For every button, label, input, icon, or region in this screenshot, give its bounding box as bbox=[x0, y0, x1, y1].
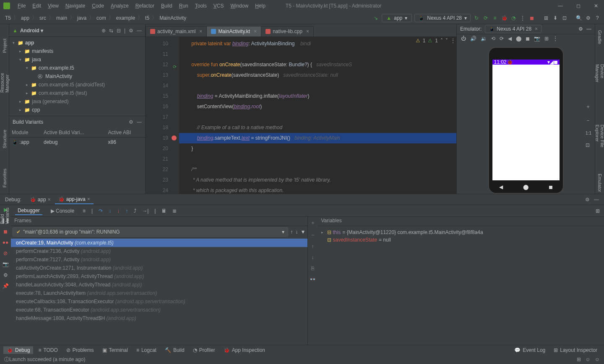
frame-row[interactable]: handleMessage:1808, ActivityThread$H (an… bbox=[11, 314, 307, 322]
frame-row[interactable]: execute:78, LaunchActivityItem (android.… bbox=[11, 289, 307, 297]
memory-icon[interactable]: ☺ bbox=[595, 356, 600, 362]
evaluate-icon[interactable]: 🖩 bbox=[161, 208, 167, 214]
bottom-tab-event-log[interactable]: 💬Event Log bbox=[511, 346, 549, 354]
menu-vcs[interactable]: VCS bbox=[210, 3, 227, 9]
emulator-device-tab[interactable]: 📱 Nexus 4 API 28 × bbox=[485, 25, 542, 33]
crumb[interactable]: main bbox=[55, 14, 69, 22]
more-icon[interactable]: ⋮ bbox=[450, 38, 456, 44]
gradle-tab[interactable]: Gradle bbox=[596, 29, 603, 46]
coverage-button[interactable]: 🐞 bbox=[501, 15, 508, 21]
step-over-icon[interactable]: ↷ bbox=[99, 208, 103, 214]
screenshot-button[interactable]: 📷 bbox=[3, 261, 9, 267]
frame-row[interactable]: callActivityOnCreate:1271, Instrumentati… bbox=[11, 264, 307, 272]
tree-row[interactable]: ⓀMainActivity bbox=[9, 72, 145, 81]
hide-icon[interactable]: — bbox=[594, 197, 599, 203]
tree-row[interactable]: ▸📁manifests bbox=[9, 47, 145, 55]
menu-build[interactable]: Build bbox=[158, 3, 176, 9]
more-icon[interactable]: ⋮ bbox=[553, 36, 558, 42]
editor-tab[interactable]: native-lib.cpp× bbox=[261, 26, 314, 36]
apply-changes-button[interactable]: ⟳ bbox=[482, 15, 489, 21]
expand-icon[interactable]: ⇆ bbox=[109, 28, 113, 34]
layout-icon[interactable]: ⊞ bbox=[596, 208, 600, 214]
crumb[interactable]: MainActivity bbox=[158, 14, 188, 22]
debug-session-tab[interactable]: 🐞app-java× bbox=[55, 195, 94, 204]
add-watch-icon[interactable]: ＋ bbox=[310, 219, 315, 226]
menu-view[interactable]: View bbox=[44, 3, 62, 9]
down-icon[interactable]: ↓ bbox=[312, 255, 314, 260]
tree-row[interactable]: ▸📁com.example.t5 (test) bbox=[9, 89, 145, 97]
device-file-explorer-tab[interactable]: Device File Explorer bbox=[594, 123, 604, 155]
editor-tab[interactable]: MainActivity.kt× bbox=[206, 26, 261, 36]
minimize-button[interactable]: — bbox=[555, 2, 565, 10]
editor-gutter[interactable]: 101112⟳131415161718192021222324 bbox=[146, 37, 179, 194]
frame-row[interactable]: performCreate:7127, Activity (android.ap… bbox=[11, 255, 307, 264]
force-step-into-icon[interactable]: ↓ bbox=[117, 208, 120, 214]
thread-selector[interactable]: ✔ "main"@10,636 in group "main": RUNNING… bbox=[13, 227, 288, 237]
menu-code[interactable]: Code bbox=[89, 3, 107, 9]
rotate-left-icon[interactable]: ⟲ bbox=[491, 36, 495, 42]
crumb[interactable]: t5 bbox=[143, 14, 151, 22]
console-tab[interactable]: ▶ Console bbox=[48, 207, 77, 215]
menu-help[interactable]: Help bbox=[252, 3, 269, 9]
view-breakpoints-button[interactable]: ●● bbox=[3, 239, 9, 245]
variables-list[interactable]: ▸⊟ this = {MainActivity@11220} com.examp… bbox=[318, 226, 604, 345]
bottom-tab-app-inspection[interactable]: 🐞App Inspection bbox=[220, 346, 268, 354]
favorites-tab[interactable]: Favorites bbox=[1, 167, 8, 189]
resource-manager-button[interactable]: ⊡ bbox=[561, 15, 568, 21]
crumb[interactable]: src bbox=[38, 14, 48, 22]
emulator-device-frame[interactable]: 11:02 🐞 ▾◢◼ ◀ ⬤ ◼ bbox=[488, 47, 564, 194]
settings-icon[interactable]: ⚙ bbox=[3, 272, 8, 278]
frame-row[interactable]: handleLaunchActivity:3048, ActivityThrea… bbox=[11, 281, 307, 289]
crumb[interactable]: java bbox=[76, 14, 88, 22]
bottom-tab-layout-inspector[interactable]: ⊞Layout Inspector bbox=[550, 346, 601, 354]
gear-icon[interactable]: ⚙ bbox=[585, 197, 590, 203]
gear-icon[interactable]: ⚙ bbox=[578, 26, 583, 32]
nav-back-icon[interactable]: ◀ bbox=[499, 184, 503, 190]
attach-debugger-button[interactable]: ⋮ bbox=[519, 15, 526, 21]
run-config-dropdown[interactable]: ▲ app ▾ bbox=[382, 14, 412, 22]
run-to-cursor-icon[interactable]: →| bbox=[142, 208, 148, 214]
zoom-actual-icon[interactable]: ⊡ bbox=[586, 142, 591, 148]
frames-list[interactable]: onCreate:19, MainActivity (com.example.t… bbox=[11, 238, 307, 345]
project-tree[interactable]: ▾📁app▸📁manifests▾📁java▾📁com.example.t5ⓀM… bbox=[9, 37, 145, 116]
sdk-manager-button[interactable]: ⬇ bbox=[552, 15, 559, 21]
crumb[interactable]: T5 bbox=[3, 14, 13, 22]
stop-button[interactable]: ◼ bbox=[528, 15, 535, 21]
step-out-icon[interactable]: ↑ bbox=[125, 208, 128, 214]
maximize-button[interactable]: ◻ bbox=[574, 2, 583, 10]
profile-button[interactable]: ◔ bbox=[510, 15, 517, 21]
editor-tab[interactable]: activity_main.xml× bbox=[146, 26, 207, 36]
up-icon[interactable]: ↑ bbox=[312, 244, 314, 250]
frame-row[interactable]: executeCallbacks:108, TransactionExecuto… bbox=[11, 297, 307, 306]
drop-frame-icon[interactable]: ⤴ bbox=[134, 208, 136, 214]
menu-run[interactable]: Run bbox=[176, 3, 192, 9]
zoom-in-icon[interactable]: ＋ bbox=[586, 103, 591, 110]
crumb[interactable]: com bbox=[95, 14, 108, 22]
hide-icon[interactable]: — bbox=[137, 28, 142, 34]
gear-icon[interactable]: ⚙ bbox=[129, 119, 133, 125]
volume-up-icon[interactable]: 🔊 bbox=[470, 36, 476, 42]
menu-tools[interactable]: Tools bbox=[192, 3, 210, 9]
down-icon[interactable]: ˅ bbox=[445, 38, 448, 44]
rotate-right-icon[interactable]: ⟳ bbox=[500, 36, 504, 42]
hide-icon[interactable]: — bbox=[137, 119, 142, 125]
up-icon[interactable]: ˄ bbox=[440, 38, 443, 44]
help-button[interactable]: ? bbox=[594, 15, 601, 21]
collapse-icon[interactable]: ⊟ bbox=[117, 28, 121, 34]
breadcrumb[interactable]: T5〉app〉src〉main〉java〉com〉example〉t5〉Main… bbox=[3, 14, 188, 22]
tree-row[interactable]: ▾📁java bbox=[9, 55, 145, 64]
menu-refactor[interactable]: Refactor bbox=[132, 3, 158, 9]
close-button[interactable]: ✕ bbox=[591, 2, 601, 10]
variable-row[interactable]: ⊟ savedInstanceState = null bbox=[321, 236, 601, 244]
tree-row[interactable]: ▸📁cpp bbox=[9, 106, 145, 114]
step-into-icon[interactable]: ↓ bbox=[109, 208, 111, 214]
tree-row[interactable]: ▾📁app bbox=[9, 39, 145, 47]
bottom-tab-todo[interactable]: ≡TODO bbox=[35, 346, 61, 354]
close-icon[interactable]: × bbox=[254, 29, 257, 34]
variable-row[interactable]: ▸⊟ this = {MainActivity@11220} com.examp… bbox=[321, 229, 601, 236]
frame-row[interactable]: performCreate:7136, Activity (android.ap… bbox=[11, 247, 307, 255]
crumb[interactable]: app bbox=[19, 14, 31, 22]
device-selector[interactable]: 📱 Nexus 4 API 28 ▾ bbox=[414, 14, 471, 22]
debug-run-button[interactable]: ≡ bbox=[492, 15, 498, 21]
tree-row[interactable]: ▸📁java (generated) bbox=[9, 97, 145, 106]
